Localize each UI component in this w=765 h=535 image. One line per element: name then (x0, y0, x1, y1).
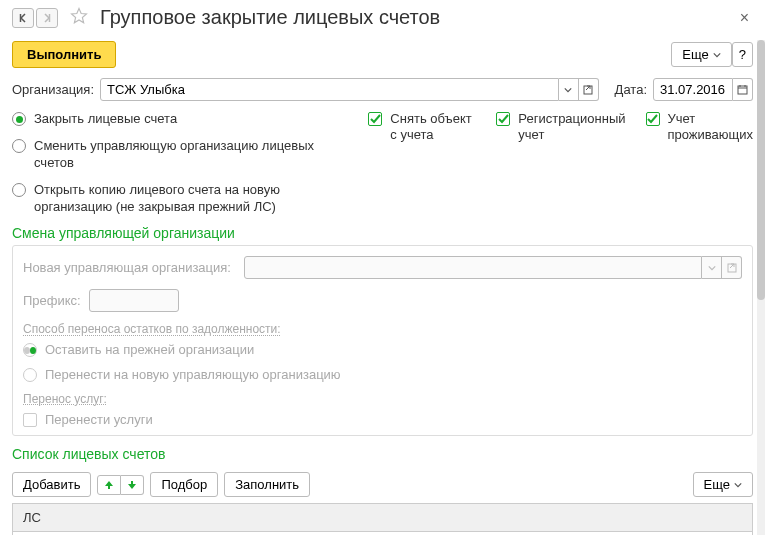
check-label: Регистрационный учет (518, 111, 625, 142)
svg-rect-0 (584, 86, 592, 94)
check-label: Учет проживающих (668, 111, 754, 142)
favorite-star-icon[interactable] (70, 7, 88, 28)
new-org-input[interactable] (244, 256, 702, 279)
check-icon (23, 413, 37, 427)
date-input[interactable] (653, 78, 733, 101)
date-label: Дата: (615, 82, 647, 97)
radio-label: Оставить на прежней организации (45, 342, 254, 359)
more-label: Еще (682, 47, 708, 62)
org-open-button[interactable] (579, 78, 599, 101)
add-button[interactable]: Добавить (12, 472, 91, 497)
svc-subheader: Перенос услуг: (23, 392, 742, 406)
check-residents[interactable]: Учет проживающих (646, 111, 754, 215)
svg-rect-1 (738, 86, 747, 94)
close-button[interactable]: × (736, 9, 753, 27)
move-up-button[interactable] (97, 475, 121, 495)
check-icon (368, 112, 382, 126)
new-org-dropdown-button[interactable] (702, 256, 722, 279)
radio-label: Открыть копию лицевого счета на новую ор… (34, 182, 344, 216)
more-label: Еще (704, 477, 730, 492)
page-title: Групповое закрытие лицевых счетов (100, 6, 724, 29)
new-org-open-button[interactable] (722, 256, 742, 279)
radio-icon (12, 112, 26, 126)
check-icon (646, 112, 660, 126)
help-button[interactable]: ? (732, 42, 753, 67)
nav-forward-button[interactable] (36, 8, 58, 28)
check-label: Перенести услуги (45, 412, 153, 427)
more-button[interactable]: Еще (671, 42, 731, 67)
new-org-label: Новая управляющая организация: (23, 260, 238, 275)
radio-label: Сменить управляющую организацию лицевых … (34, 138, 344, 172)
col-header-ls[interactable]: ЛС (13, 504, 752, 532)
radio-label: Закрыть лицевые счета (34, 111, 177, 128)
radio-icon (23, 368, 37, 382)
radio-label: Перенести на новую управляющую организац… (45, 367, 341, 384)
scrollbar-thumb[interactable] (757, 40, 765, 300)
org-input[interactable] (100, 78, 559, 101)
section-change-org: Новая управляющая организация: Префикс: … (12, 245, 753, 436)
execute-button[interactable]: Выполнить (12, 41, 116, 68)
svg-rect-2 (728, 264, 736, 272)
radio-debt-transfer[interactable]: Перенести на новую управляющую организац… (23, 367, 742, 384)
calendar-button[interactable] (733, 78, 753, 101)
pick-button[interactable]: Подбор (150, 472, 218, 497)
debt-subheader: Способ переноса остатков по задолженност… (23, 322, 742, 336)
prefix-label: Префикс: (23, 293, 83, 308)
org-label: Организация: (12, 82, 94, 97)
list-more-button[interactable]: Еще (693, 472, 753, 497)
fill-button[interactable]: Заполнить (224, 472, 310, 497)
scrollbar[interactable] (757, 40, 765, 535)
radio-close-accounts[interactable]: Закрыть лицевые счета (12, 111, 344, 128)
check-transfer-services[interactable]: Перенести услуги (23, 412, 742, 427)
radio-change-org[interactable]: Сменить управляющую организацию лицевых … (12, 138, 344, 172)
radio-open-copy[interactable]: Открыть копию лицевого счета на новую ор… (12, 182, 344, 216)
move-down-button[interactable] (121, 475, 144, 495)
accounts-table: ЛС 00-000000026, Забродин Леонид Василье… (12, 503, 753, 535)
section-change-org-title: Смена управляющей организации (0, 219, 765, 245)
radio-icon (12, 183, 26, 197)
prefix-input[interactable] (89, 289, 179, 312)
radio-debt-keep[interactable]: Оставить на прежней организации (23, 342, 742, 359)
check-registration[interactable]: Регистрационный учет (496, 111, 625, 215)
check-icon (496, 112, 510, 126)
check-label: Снять объект с учета (390, 111, 476, 142)
radio-icon (23, 343, 37, 357)
check-remove-object[interactable]: Снять объект с учета (368, 111, 476, 215)
nav-back-button[interactable] (12, 8, 34, 28)
section-list-title: Список лицевых счетов (0, 436, 765, 466)
org-dropdown-button[interactable] (559, 78, 579, 101)
radio-icon (12, 139, 26, 153)
